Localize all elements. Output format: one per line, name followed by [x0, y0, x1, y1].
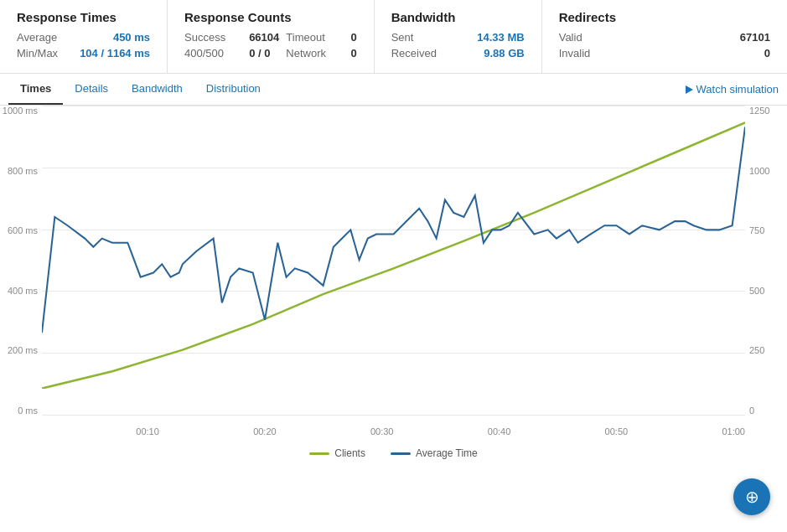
response-times-title: Response Times [17, 10, 150, 24]
avg-time-legend-line [391, 452, 411, 455]
x-label-30: 00:30 [370, 426, 394, 436]
chart-legend: Clients Average Time [0, 441, 787, 462]
average-value: 450 ms [113, 31, 150, 44]
redirects-title: Redirects [559, 10, 770, 24]
y-left-600: 600 ms [8, 225, 38, 235]
avg-time-line [42, 127, 745, 333]
play-icon [686, 85, 693, 94]
y-left-1000: 1000 ms [3, 106, 38, 116]
valid-label: Valid [559, 31, 582, 44]
y-right-750: 750 [749, 225, 764, 235]
average-label: Average [17, 31, 57, 44]
rate-value: 0 / 0 [249, 47, 279, 59]
watch-simulation-button[interactable]: Watch simulation [686, 83, 779, 96]
invalid-label: Invalid [559, 47, 591, 59]
network-label: Network [286, 47, 327, 59]
chart-svg [42, 106, 745, 389]
clients-legend-line [309, 452, 329, 455]
success-value: 66104 [249, 31, 279, 44]
timeout-label: Timeout [286, 31, 327, 44]
y-axis-right: 0 250 500 750 1000 1250 [745, 106, 787, 416]
received-label: Received [391, 47, 437, 59]
avg-time-legend-label: Average Time [416, 447, 478, 459]
clients-legend: Clients [309, 447, 365, 459]
clients-legend-label: Clients [334, 447, 365, 459]
y-left-800: 800 ms [8, 166, 38, 176]
tab-details[interactable]: Details [63, 74, 120, 105]
y-right-500: 500 [749, 286, 764, 296]
tab-distribution[interactable]: Distribution [194, 74, 272, 105]
network-value: 0 [350, 47, 356, 59]
minmax-label: Min/Max [17, 47, 58, 59]
minmax-value: 104 / 1164 ms [80, 47, 150, 59]
x-label-50: 00:50 [605, 426, 629, 436]
avg-time-legend: Average Time [391, 447, 478, 459]
y-right-1250: 1250 [749, 106, 769, 116]
x-label-20: 00:20 [253, 426, 277, 436]
tab-bandwidth[interactable]: Bandwidth [120, 74, 194, 105]
response-times-card: Response Times Average 450 ms Min/Max 10… [0, 0, 168, 73]
bandwidth-title: Bandwidth [391, 10, 525, 24]
y-right-0: 0 [749, 405, 754, 416]
invalid-value: 0 [764, 47, 770, 59]
response-counts-title: Response Counts [184, 10, 357, 24]
clients-line [42, 122, 745, 388]
y-right-1000: 1000 [749, 166, 769, 176]
y-right-250: 250 [749, 345, 764, 355]
y-left-0: 0 ms [18, 405, 38, 416]
grid-line-0 [42, 415, 745, 416]
rate-label: 400/500 [184, 47, 225, 59]
x-axis: 00:10 00:20 00:30 00:40 00:50 01:00 [42, 426, 745, 436]
y-axis-left: 0 ms 200 ms 400 ms 600 ms 800 ms 1000 ms [0, 106, 42, 416]
x-label-60: 01:00 [722, 426, 745, 436]
sent-value: 14.33 MB [477, 31, 524, 44]
valid-value: 67101 [740, 31, 770, 44]
tabs-row: Times Details Bandwidth Distribution Wat… [0, 74, 787, 106]
top-cards: Response Times Average 450 ms Min/Max 10… [0, 0, 787, 74]
redirects-card: Redirects Valid 67101 Invalid 0 [542, 0, 787, 73]
received-value: 9.88 GB [484, 47, 524, 59]
y-left-400: 400 ms [8, 286, 38, 296]
bandwidth-card: Bandwidth Sent 14.33 MB Received 9.88 GB [375, 0, 542, 73]
x-label-10: 00:10 [136, 426, 159, 436]
sent-label: Sent [391, 31, 414, 44]
chart-area: 0 ms 200 ms 400 ms 600 ms 800 ms 1000 ms… [0, 106, 787, 441]
tab-times[interactable]: Times [8, 74, 63, 105]
timeout-value: 0 [350, 31, 356, 44]
watch-simulation-label: Watch simulation [696, 83, 779, 96]
y-left-200: 200 ms [8, 345, 38, 355]
response-counts-card: Response Counts Success 66104 Timeout 0 … [168, 0, 375, 73]
x-label-40: 00:40 [488, 426, 511, 436]
success-label: Success [184, 31, 225, 44]
